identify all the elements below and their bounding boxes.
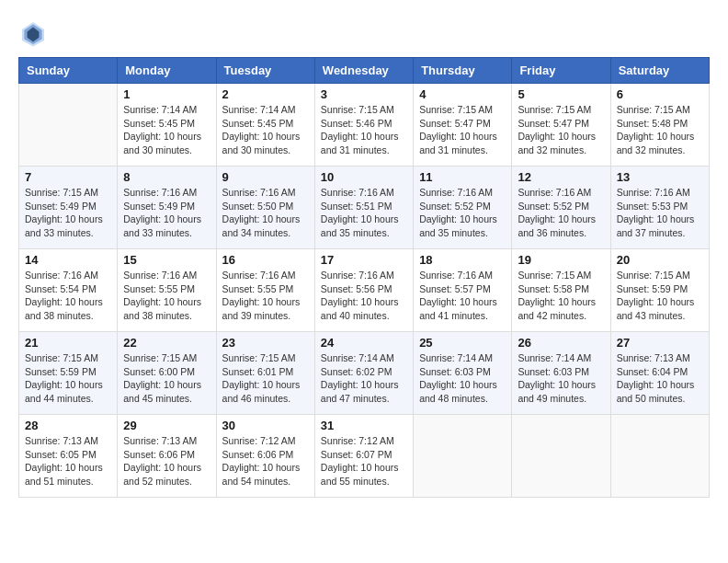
day-info: Sunrise: 7:16 AMSunset: 5:57 PMDaylight:… (419, 269, 506, 323)
calendar-cell: 10Sunrise: 7:16 AMSunset: 5:51 PMDayligh… (314, 167, 413, 249)
day-info: Sunrise: 7:14 AMSunset: 6:03 PMDaylight:… (518, 351, 604, 406)
calendar-cell: 26Sunrise: 7:14 AMSunset: 6:03 PMDayligh… (512, 332, 610, 415)
day-number: 17 (321, 253, 407, 267)
calendar-cell: 1Sunrise: 7:14 AMSunset: 5:45 PMDaylight… (118, 84, 216, 167)
day-number: 27 (617, 336, 703, 350)
calendar-cell: 9Sunrise: 7:16 AMSunset: 5:50 PMDaylight… (216, 167, 314, 249)
day-info: Sunrise: 7:14 AMSunset: 5:45 PMDaylight:… (222, 103, 309, 157)
calendar-cell: 14Sunrise: 7:16 AMSunset: 5:54 PMDayligh… (19, 249, 118, 332)
calendar-cell: 23Sunrise: 7:15 AMSunset: 6:01 PMDayligh… (216, 332, 314, 415)
day-number: 12 (518, 170, 604, 184)
day-number: 29 (123, 419, 210, 432)
calendar-cell: 3Sunrise: 7:15 AMSunset: 5:46 PMDaylight… (314, 84, 413, 167)
day-info: Sunrise: 7:16 AMSunset: 5:55 PMDaylight:… (222, 269, 309, 323)
day-info: Sunrise: 7:12 AMSunset: 6:06 PMDaylight:… (222, 434, 309, 488)
calendar-cell: 16Sunrise: 7:16 AMSunset: 5:55 PMDayligh… (216, 249, 314, 332)
day-number: 20 (617, 253, 703, 267)
calendar-cell: 5Sunrise: 7:15 AMSunset: 5:47 PMDaylight… (512, 84, 610, 167)
week-row-5: 28Sunrise: 7:13 AMSunset: 6:05 PMDayligh… (19, 415, 710, 498)
calendar-cell: 19Sunrise: 7:15 AMSunset: 5:58 PMDayligh… (512, 249, 610, 332)
calendar-cell: 29Sunrise: 7:13 AMSunset: 6:06 PMDayligh… (118, 415, 216, 498)
day-number: 6 (617, 87, 703, 101)
day-info: Sunrise: 7:15 AMSunset: 5:58 PMDaylight:… (518, 269, 604, 323)
day-info: Sunrise: 7:13 AMSunset: 6:06 PMDaylight:… (123, 434, 210, 488)
day-number: 3 (321, 87, 407, 101)
logo (18, 18, 51, 48)
day-info: Sunrise: 7:15 AMSunset: 5:47 PMDaylight:… (419, 103, 506, 157)
calendar-cell: 21Sunrise: 7:15 AMSunset: 5:59 PMDayligh… (19, 332, 118, 415)
calendar-cell: 22Sunrise: 7:15 AMSunset: 6:00 PMDayligh… (118, 332, 216, 415)
day-info: Sunrise: 7:15 AMSunset: 6:00 PMDaylight:… (123, 351, 210, 406)
day-info: Sunrise: 7:13 AMSunset: 6:04 PMDaylight:… (617, 351, 703, 406)
day-info: Sunrise: 7:16 AMSunset: 5:49 PMDaylight:… (123, 186, 210, 240)
calendar-cell: 2Sunrise: 7:14 AMSunset: 5:45 PMDaylight… (216, 84, 314, 167)
day-number: 31 (321, 419, 407, 432)
week-row-2: 7Sunrise: 7:15 AMSunset: 5:49 PMDaylight… (19, 167, 710, 249)
day-info: Sunrise: 7:15 AMSunset: 5:59 PMDaylight:… (617, 269, 703, 323)
day-info: Sunrise: 7:14 AMSunset: 6:02 PMDaylight:… (321, 351, 407, 406)
day-info: Sunrise: 7:15 AMSunset: 5:59 PMDaylight:… (25, 351, 111, 406)
calendar-cell (414, 415, 512, 498)
day-number: 24 (321, 336, 407, 350)
day-info: Sunrise: 7:16 AMSunset: 5:55 PMDaylight:… (123, 269, 210, 323)
calendar-cell (610, 415, 709, 498)
day-number: 5 (518, 87, 604, 101)
day-number: 4 (419, 87, 506, 101)
day-info: Sunrise: 7:16 AMSunset: 5:50 PMDaylight:… (222, 186, 309, 240)
day-info: Sunrise: 7:15 AMSunset: 5:49 PMDaylight:… (25, 186, 111, 240)
calendar-cell: 6Sunrise: 7:15 AMSunset: 5:48 PMDaylight… (610, 84, 709, 167)
calendar-cell: 13Sunrise: 7:16 AMSunset: 5:53 PMDayligh… (610, 167, 709, 249)
day-number: 14 (25, 253, 111, 267)
calendar-cell (512, 415, 610, 498)
day-info: Sunrise: 7:15 AMSunset: 5:47 PMDaylight:… (518, 103, 604, 157)
weekday-header-saturday: Saturday (610, 58, 709, 84)
day-number: 26 (518, 336, 604, 350)
day-info: Sunrise: 7:16 AMSunset: 5:52 PMDaylight:… (419, 186, 506, 240)
weekday-header-row: SundayMondayTuesdayWednesdayThursdayFrid… (19, 58, 710, 84)
calendar-table: SundayMondayTuesdayWednesdayThursdayFrid… (18, 57, 710, 498)
calendar-cell: 31Sunrise: 7:12 AMSunset: 6:07 PMDayligh… (314, 415, 413, 498)
day-number: 11 (419, 170, 506, 184)
day-number: 25 (419, 336, 506, 350)
calendar-cell: 15Sunrise: 7:16 AMSunset: 5:55 PMDayligh… (118, 249, 216, 332)
day-number: 13 (617, 170, 703, 184)
weekday-header-tuesday: Tuesday (216, 58, 314, 84)
day-info: Sunrise: 7:14 AMSunset: 5:45 PMDaylight:… (123, 103, 210, 157)
day-number: 19 (518, 253, 604, 267)
day-number: 18 (419, 253, 506, 267)
page-header (18, 18, 710, 48)
day-info: Sunrise: 7:13 AMSunset: 6:05 PMDaylight:… (25, 434, 111, 488)
weekday-header-wednesday: Wednesday (314, 58, 413, 84)
calendar-cell: 30Sunrise: 7:12 AMSunset: 6:06 PMDayligh… (216, 415, 314, 498)
calendar-cell: 8Sunrise: 7:16 AMSunset: 5:49 PMDaylight… (118, 167, 216, 249)
day-number: 7 (25, 170, 111, 184)
day-info: Sunrise: 7:14 AMSunset: 6:03 PMDaylight:… (419, 351, 506, 406)
weekday-header-monday: Monday (118, 58, 216, 84)
day-info: Sunrise: 7:15 AMSunset: 5:46 PMDaylight:… (321, 103, 407, 157)
calendar-cell: 25Sunrise: 7:14 AMSunset: 6:03 PMDayligh… (414, 332, 512, 415)
weekday-header-thursday: Thursday (414, 58, 512, 84)
calendar-cell: 27Sunrise: 7:13 AMSunset: 6:04 PMDayligh… (610, 332, 709, 415)
weekday-header-friday: Friday (512, 58, 610, 84)
day-number: 28 (25, 419, 111, 432)
calendar-cell: 20Sunrise: 7:15 AMSunset: 5:59 PMDayligh… (610, 249, 709, 332)
calendar-cell: 7Sunrise: 7:15 AMSunset: 5:49 PMDaylight… (19, 167, 118, 249)
calendar-cell: 28Sunrise: 7:13 AMSunset: 6:05 PMDayligh… (19, 415, 118, 498)
week-row-4: 21Sunrise: 7:15 AMSunset: 5:59 PMDayligh… (19, 332, 710, 415)
calendar-cell: 4Sunrise: 7:15 AMSunset: 5:47 PMDaylight… (414, 84, 512, 167)
day-number: 8 (123, 170, 210, 184)
calendar-cell: 12Sunrise: 7:16 AMSunset: 5:52 PMDayligh… (512, 167, 610, 249)
day-info: Sunrise: 7:12 AMSunset: 6:07 PMDaylight:… (321, 434, 407, 488)
logo-icon (18, 18, 48, 48)
day-number: 9 (222, 170, 309, 184)
day-number: 23 (222, 336, 309, 350)
week-row-1: 1Sunrise: 7:14 AMSunset: 5:45 PMDaylight… (19, 84, 710, 167)
day-info: Sunrise: 7:15 AMSunset: 5:48 PMDaylight:… (617, 103, 703, 157)
day-number: 1 (123, 87, 210, 101)
day-info: Sunrise: 7:16 AMSunset: 5:54 PMDaylight:… (25, 269, 111, 323)
calendar-cell: 18Sunrise: 7:16 AMSunset: 5:57 PMDayligh… (414, 249, 512, 332)
day-number: 15 (123, 253, 210, 267)
weekday-header-sunday: Sunday (19, 58, 118, 84)
day-number: 10 (321, 170, 407, 184)
day-info: Sunrise: 7:15 AMSunset: 6:01 PMDaylight:… (222, 351, 309, 406)
